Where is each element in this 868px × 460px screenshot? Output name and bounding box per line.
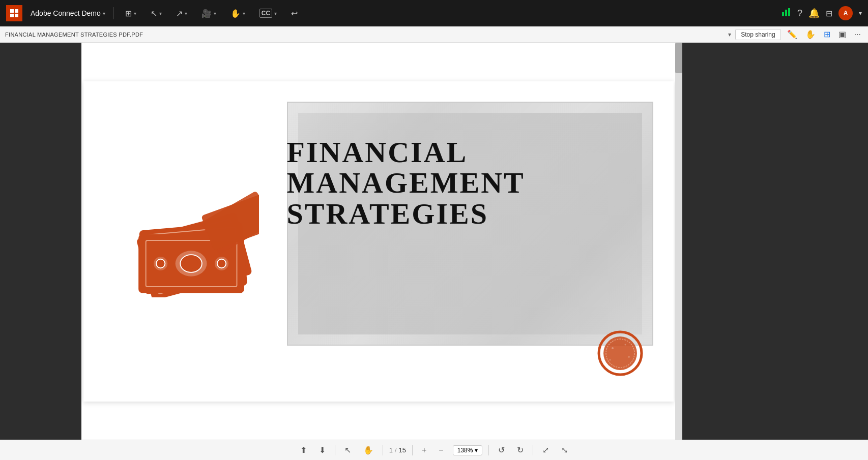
app-title-text: Adobe Connect Demo	[31, 9, 101, 17]
grid-button[interactable]: ▣	[836, 28, 848, 40]
chart-icon[interactable]	[781, 7, 791, 20]
svg-rect-0	[10, 9, 14, 13]
user-chevron[interactable]: ▾	[859, 10, 862, 17]
layout-button[interactable]: ⊞	[822, 28, 832, 40]
hand-button[interactable]: ✋	[803, 28, 818, 40]
user-avatar[interactable]: A	[838, 6, 853, 20]
download-button[interactable]: ⬇	[316, 443, 329, 457]
hand-icon: ✋	[230, 9, 241, 18]
toolbar-chevron[interactable]: ▾	[728, 31, 731, 38]
status-separator-2	[383, 445, 383, 455]
svg-point-27	[628, 356, 630, 358]
pdf-slide: FINANCIAL MANAGEMENT STRATEGIES	[83, 81, 674, 402]
nav-separator-1	[113, 7, 114, 19]
grid-icon: ⊞	[125, 9, 132, 18]
svg-rect-1	[15, 9, 18, 13]
status-bar: ⬆ ⬇ ↖ ✋ 1 / 15 + − 138% ▾ ↺ ↻ ⤢ ⤡	[0, 440, 868, 460]
cursor-icon: ↖	[151, 9, 157, 18]
app-logo	[6, 5, 22, 21]
status-separator-4	[488, 445, 489, 455]
status-separator-1	[335, 445, 335, 455]
rotate-left-button[interactable]: ↺	[495, 443, 508, 457]
svg-point-25	[612, 347, 614, 349]
nav-camera[interactable]: 🎥 ▾	[198, 7, 219, 20]
layout-icon[interactable]: ⊟	[826, 9, 832, 18]
nav-cc[interactable]: CC ▾	[256, 7, 280, 20]
pdf-viewer: FINANCIAL MANAGEMENT STRATEGIES	[81, 43, 675, 440]
title-line2: MANAGEMENT	[287, 168, 653, 199]
camera-chevron: ▾	[214, 11, 216, 16]
help-icon[interactable]: ?	[797, 8, 802, 19]
page-separator: /	[395, 446, 397, 454]
financial-title-section: FINANCIAL MANAGEMENT STRATEGIES	[287, 97, 653, 386]
title-line3: STRATEGIES	[287, 199, 653, 230]
svg-point-26	[624, 344, 626, 345]
main-content: FINANCIAL MANAGEMENT STRATEGIES	[0, 43, 868, 440]
money-icon-wrapper	[104, 97, 267, 386]
document-toolbar: FINANCIAL MANAGEMENT STRATEGIES PDF.PDF …	[0, 26, 868, 43]
svg-point-28	[609, 359, 611, 360]
vertical-scrollbar[interactable]	[675, 43, 682, 440]
current-page: 1	[389, 446, 393, 454]
app-title-chevron: ▾	[103, 11, 105, 16]
nav-hand[interactable]: ✋ ▾	[227, 7, 248, 20]
scrollbar-thumb[interactable]	[675, 43, 682, 73]
pencil-button[interactable]: ✏️	[785, 28, 799, 40]
cursor-chevron: ▾	[159, 11, 162, 16]
presentation-title: FINANCIAL MANAGEMENT STRATEGIES	[287, 137, 653, 230]
svg-rect-4	[782, 12, 784, 16]
money-icon	[111, 186, 259, 297]
app-title[interactable]: Adobe Connect Demo ▾	[31, 9, 105, 17]
file-name: FINANCIAL MANAGEMENT STRATEGIES PDF.PDF	[5, 32, 143, 38]
nav-pointer[interactable]: ↗ ▾	[173, 7, 190, 20]
left-sidebar	[0, 43, 81, 440]
cursor-tool-button[interactable]: ↖	[341, 443, 354, 457]
cc-chevron: ▾	[274, 11, 277, 16]
upload-button[interactable]: ⬆	[297, 443, 310, 457]
svg-point-23	[603, 336, 637, 370]
stamp	[597, 330, 643, 376]
grid-chevron: ▾	[134, 11, 136, 16]
svg-point-17	[156, 259, 164, 267]
hand-chevron: ▾	[243, 11, 245, 16]
pointer-icon: ↗	[176, 9, 183, 18]
toolbar-right: ▾ Stop sharing ✏️ ✋ ⊞ ▣ ···	[728, 28, 863, 40]
cc-icon: CC	[259, 9, 272, 18]
nav-share[interactable]: ↩	[288, 7, 301, 20]
nav-cursor[interactable]: ↖ ▾	[148, 7, 165, 20]
svg-rect-6	[788, 8, 790, 16]
title-line1: FINANCIAL	[287, 137, 653, 168]
bell-icon[interactable]: 🔔	[808, 8, 820, 19]
svg-point-19	[217, 259, 225, 267]
page-indicator: 1 / 15	[389, 446, 406, 454]
right-sidebar	[682, 43, 868, 440]
pan-tool-button[interactable]: ✋	[360, 443, 377, 457]
fit-width-button[interactable]: ⤢	[539, 443, 552, 457]
rotate-right-button[interactable]: ↻	[514, 443, 527, 457]
zoom-control[interactable]: 138% ▾	[453, 445, 483, 455]
pointer-chevron: ▾	[185, 11, 187, 16]
svg-point-15	[184, 258, 198, 268]
more-button[interactable]: ···	[852, 29, 863, 40]
camera-icon: 🎥	[201, 9, 212, 18]
zoom-out-button[interactable]: −	[436, 444, 446, 457]
zoom-level: 138%	[457, 447, 473, 454]
svg-rect-2	[10, 14, 14, 17]
status-separator-3	[412, 445, 413, 455]
top-navigation-bar: Adobe Connect Demo ▾ ⊞ ▾ ↖ ▾ ↗ ▾ 🎥 ▾ ✋ ▾…	[0, 0, 868, 26]
svg-rect-3	[15, 14, 18, 17]
zoom-chevron: ▾	[475, 447, 478, 454]
svg-rect-5	[785, 10, 787, 16]
nav-grid[interactable]: ⊞ ▾	[122, 7, 139, 20]
nav-right-group: ? 🔔 ⊟ A ▾	[781, 6, 862, 20]
zoom-in-button[interactable]: +	[419, 444, 429, 457]
stop-sharing-button[interactable]: Stop sharing	[735, 29, 780, 40]
fit-page-button[interactable]: ⤡	[558, 443, 571, 457]
total-pages: 15	[399, 446, 406, 454]
share-icon: ↩	[291, 9, 298, 18]
status-separator-5	[533, 445, 533, 455]
